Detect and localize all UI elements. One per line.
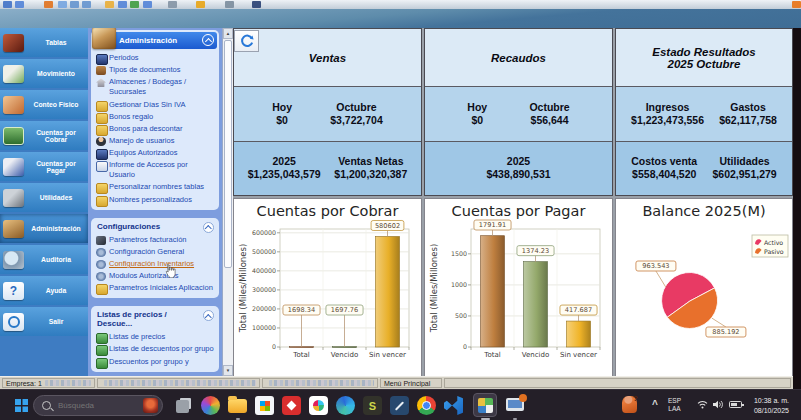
sidebar-item-utilidades[interactable]: Utilidades [0, 183, 88, 212]
user-question-icon[interactable] [622, 396, 637, 413]
dev-tool-icon[interactable] [390, 396, 409, 415]
svg-text:885.192: 885.192 [712, 328, 739, 336]
sidebar-item-label: Cuentas por Cobrar [24, 129, 88, 143]
chart-cuentas-por-cobrar: Cuentas por Cobrar0100000200000300000400… [233, 198, 422, 388]
menu-item-gestionar-dias-sin-iva[interactable]: Gestionar Días Sin IVA [93, 99, 217, 111]
chrome-icon[interactable] [417, 396, 436, 415]
sidebar-item-ayuda[interactable]: Ayuda [0, 276, 88, 305]
menu-group-header[interactable]: Listas de precios / Descue... [93, 308, 217, 331]
menu-item-tipos-de-documentos[interactable]: Tipos de documentos [93, 64, 217, 76]
slack-icon[interactable] [309, 396, 328, 415]
search-input[interactable] [56, 400, 132, 411]
menu-scrollbar[interactable] [222, 28, 233, 376]
scrollbar-thumb[interactable] [224, 40, 232, 268]
stat-cell: Gastos $62,117,758 [719, 101, 777, 127]
edge-icon[interactable] [336, 396, 355, 415]
stat-label: Octubre [529, 101, 569, 114]
remote-app-icon[interactable] [282, 396, 301, 415]
system-tray[interactable] [697, 400, 742, 409]
menu-item-almacenes[interactable]: Almacenes / Bodegas / Sucursales [93, 76, 217, 98]
sidebar-item-conteo-fisico[interactable]: Conteo Físico [0, 90, 88, 119]
sidebar-item-auditoria[interactable]: Auditoria [0, 245, 88, 274]
menu-item-modulos-autorizados[interactable]: Modulos Autorizados [93, 270, 217, 282]
menu-item-label: Configuración Inventarios [109, 259, 194, 268]
menu-item-nombres-personalizados[interactable]: Nombres personalizados [93, 194, 217, 206]
menu-item-label: Bonos para descontar [109, 124, 182, 133]
window-banner [0, 9, 801, 28]
svg-text:500000: 500000 [252, 248, 276, 255]
menu-group-title: Administración [119, 36, 177, 45]
erp-app-taskbar-icon[interactable] [473, 393, 497, 417]
ventas-row2: 2025 $1,235,043,579 Ventas Netas $1,200,… [234, 142, 421, 196]
toolbar-icon-fragment [118, 1, 127, 8]
file-explorer-icon[interactable] [228, 399, 247, 413]
hand-icon [3, 96, 24, 114]
collapse-icon[interactable] [202, 34, 214, 46]
refresh-button[interactable] [234, 30, 259, 52]
tray-expand-chevron[interactable]: ^ [652, 399, 658, 410]
color-wheel-app-icon[interactable] [201, 396, 220, 415]
stat-value: $438,890,531 [486, 168, 550, 181]
dashboard: Ventas Hoy $0 Octubre $3,722,704 2025 $1… [233, 28, 793, 376]
sidebar-item-cuentas-por-pagar[interactable]: Cuentas por Pagar [0, 152, 88, 181]
collapse-icon[interactable] [203, 222, 214, 233]
sidebar-item-cuentas-por-cobrar[interactable]: Cuentas por Cobrar [0, 121, 88, 150]
stat-cell: Hoy $0 [272, 101, 292, 127]
sidebar-item-administracion[interactable]: Administración [0, 214, 88, 243]
menu-item-parametros-facturacion[interactable]: Parámetros facturación [93, 234, 217, 246]
sidebar-item-salir[interactable]: Salir [0, 307, 88, 336]
vscode-icon[interactable] [444, 396, 463, 415]
microsoft-store-icon[interactable] [255, 396, 274, 415]
box-3d-icon [92, 28, 116, 49]
sidebar-item-tablas[interactable]: Tablas [0, 28, 88, 57]
stat-label: Ventas Netas [334, 155, 407, 168]
menu-group-header[interactable]: Administración [93, 32, 217, 49]
report-icon [96, 161, 108, 172]
windows-start-icon[interactable] [15, 399, 28, 412]
menu-item-configuracion-inventarios[interactable]: Configuración Inventarios [93, 258, 217, 270]
menu-group-header[interactable]: Configuraciones [93, 220, 217, 234]
menu-item-bonos-para-descontar[interactable]: Bonos para descontar [93, 123, 217, 135]
status-segment [262, 378, 378, 388]
menu-item-configuracion-general[interactable]: Configuración General [93, 246, 217, 258]
language-indicator[interactable]: ESP LAA [668, 397, 681, 413]
sidebar-item-label: Salir [24, 318, 88, 325]
language-bottom: LAA [668, 405, 681, 413]
menu-item-listas-de-precios[interactable]: Listas de precios [93, 331, 217, 343]
stat-label: Hoy [272, 101, 292, 114]
collapse-icon[interactable] [203, 310, 214, 321]
menu-item-descuentos-por-grupo[interactable]: Descuentos por grupo y [93, 356, 217, 368]
menu-item-periodos[interactable]: Periodos [93, 52, 217, 64]
s-app-icon[interactable] [363, 396, 382, 415]
panel-ventas: Ventas Hoy $0 Octubre $3,722,704 2025 $1… [233, 28, 422, 196]
screen: Tablas Movimiento Conteo Físico Cuentas … [0, 0, 801, 420]
svg-text:1697.76: 1697.76 [331, 306, 358, 314]
sidebar-item-movimiento[interactable]: Movimiento [0, 59, 88, 88]
task-view-icon[interactable] [176, 400, 189, 413]
menu-item-bonos-regalo[interactable]: Bonos regalo [93, 111, 217, 123]
menu-item-personalizar-nombres-tablas[interactable]: Personalizar nombres tablas [93, 181, 217, 193]
menu-item-label: Listas de precios [109, 332, 165, 341]
window-right-edge [793, 28, 801, 389]
redacted-text [45, 380, 91, 386]
menu-item-informe-de-accesos[interactable]: Informe de Accesos por Usuario [93, 159, 217, 181]
power-icon [3, 313, 24, 331]
scroll-down-icon[interactable] [223, 365, 233, 376]
scroll-up-icon[interactable] [223, 28, 233, 39]
monitor-app-icon[interactable] [506, 398, 524, 411]
svg-text:Balance 2025(M): Balance 2025(M) [642, 203, 765, 219]
toolbar-icon-fragment [105, 1, 114, 8]
user-icon [96, 137, 106, 146]
toolbar-icon-fragment [130, 1, 139, 8]
stat-cell: 2025 $438,890,531 [486, 155, 550, 181]
menu-item-equipos-autorizados[interactable]: Equipos Autorizados [93, 147, 217, 159]
stat-value: $1,200,320,387 [334, 168, 407, 181]
menu-item-manejo-de-usuarios[interactable]: Manejo de usuarios [93, 135, 217, 147]
svg-text:417.687: 417.687 [565, 306, 592, 314]
svg-text:Total (Miles/Millones): Total (Miles/Millones) [238, 244, 248, 333]
menu-item-parametros-iniciales[interactable]: Parametros Iniciales Aplicacion [93, 282, 217, 294]
taskbar-clock[interactable]: 10:38 a. m. 08/10/2025 [754, 396, 789, 415]
taskbar-search[interactable] [33, 395, 163, 416]
menu-item-listas-de-descuentos[interactable]: Listas de descuentos por grupo [93, 343, 217, 355]
hand-cursor-icon [164, 264, 176, 278]
